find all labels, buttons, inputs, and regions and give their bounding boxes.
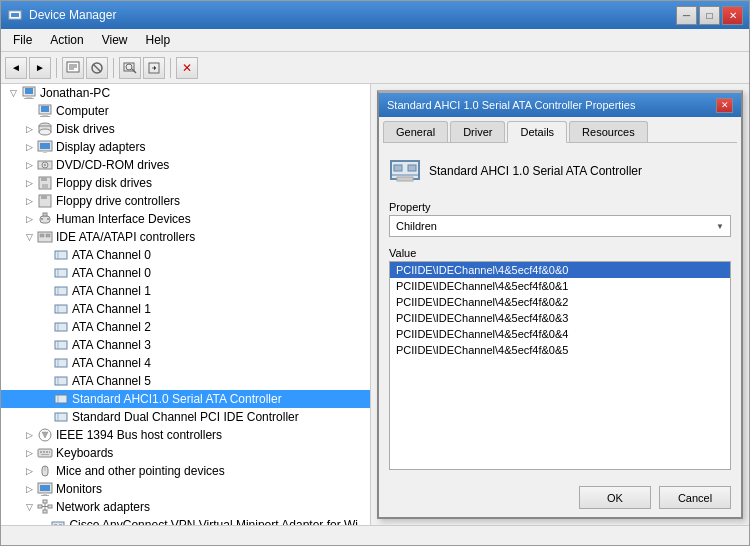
tree-item[interactable]: ▷ Human Interface Devices (1, 210, 370, 228)
svg-rect-29 (41, 177, 47, 181)
toolbar: ◄ ► (1, 52, 749, 84)
tree-item[interactable]: Standard Dual Channel PCI IDE Controller (1, 408, 370, 426)
ide-icon (37, 229, 53, 245)
item-expand[interactable]: ▷ (21, 481, 37, 497)
svg-rect-24 (43, 151, 47, 153)
item-expand (37, 409, 53, 425)
item-expand[interactable]: ▷ (21, 157, 37, 173)
tab-general[interactable]: General (383, 121, 448, 142)
menu-file[interactable]: File (5, 31, 40, 49)
tree-item[interactable]: ▷ Keyboards (1, 444, 370, 462)
dialog-body: Standard AHCI 1.0 Serial ATA Controller … (379, 143, 741, 478)
uninstall-button[interactable]: ✕ (176, 57, 198, 79)
toolbar-sep-2 (113, 58, 114, 78)
ata-icon (53, 391, 69, 407)
tree-item[interactable]: ▷ Floppy drive controllers (1, 192, 370, 210)
tree-item[interactable]: ATA Channel 4 (1, 354, 370, 372)
ata-icon (53, 247, 69, 263)
item-label: ATA Channel 0 (72, 248, 151, 262)
item-expand[interactable]: ▽ (21, 499, 37, 515)
item-expand[interactable]: ▽ (21, 229, 37, 245)
value-item-5[interactable]: PCIIDE\IDEChannel\4&5ecf4f&0&5 (390, 342, 730, 358)
tab-details[interactable]: Details (507, 121, 567, 143)
tab-driver[interactable]: Driver (450, 121, 505, 142)
update-driver-button[interactable] (143, 57, 165, 79)
tree-item[interactable]: Computer (1, 102, 370, 120)
net-adapter-icon (50, 517, 66, 525)
value-item-0[interactable]: PCIIDE\IDEChannel\4&5ecf4f&0&0 (390, 262, 730, 278)
menu-action[interactable]: Action (42, 31, 91, 49)
tree-item[interactable]: Cisco AnyConnect VPN Virtual Miniport Ad… (1, 516, 370, 525)
value-item-2[interactable]: PCIIDE\IDEChannel\4&5ecf4f&0&2 (390, 294, 730, 310)
item-expand[interactable]: ▷ (21, 175, 37, 191)
tree-item[interactable]: ATA Channel 0 (1, 246, 370, 264)
window-title: Device Manager (29, 8, 116, 22)
tree-item[interactable]: ▷ Mice and other pointing devices (1, 462, 370, 480)
value-list[interactable]: PCIIDE\IDEChannel\4&5ecf4f&0&0 PCIIDE\ID… (389, 261, 731, 470)
device-tree[interactable]: ▽ Jonathan-PC (1, 84, 371, 525)
scan-button[interactable] (119, 57, 141, 79)
ata-icon (53, 355, 69, 371)
item-expand[interactable]: ▷ (21, 211, 37, 227)
cancel-button[interactable]: Cancel (659, 486, 731, 509)
tree-item-ide[interactable]: ▽ IDE ATA/ATAPI controllers (1, 228, 370, 246)
svg-rect-56 (55, 395, 67, 403)
tree-item[interactable]: ATA Channel 1 (1, 300, 370, 318)
value-item-3[interactable]: PCIIDE\IDEChannel\4&5ecf4f&0&3 (390, 310, 730, 326)
property-dropdown[interactable]: Children ▼ (389, 215, 731, 237)
svg-rect-62 (40, 451, 42, 453)
item-expand (37, 283, 53, 299)
tree-item[interactable]: ATA Channel 2 (1, 318, 370, 336)
item-expand[interactable]: ▷ (21, 139, 37, 155)
tab-resources[interactable]: Resources (569, 121, 648, 142)
value-item-4[interactable]: PCIIDE\IDEChannel\4&5ecf4f&0&4 (390, 326, 730, 342)
minimize-button[interactable]: ─ (676, 6, 697, 25)
svg-rect-63 (43, 451, 45, 453)
item-expand[interactable] (21, 103, 37, 119)
keyboard-icon (37, 445, 53, 461)
tree-item[interactable]: ▷ IEEE 1394 Bus host controllers (1, 426, 370, 444)
close-button[interactable]: ✕ (722, 6, 743, 25)
forward-button[interactable]: ► (29, 57, 51, 79)
menu-view[interactable]: View (94, 31, 136, 49)
toolbar-sep-1 (56, 58, 57, 78)
disable-icon (90, 61, 104, 75)
tree-item[interactable]: ATA Channel 1 (1, 282, 370, 300)
item-expand[interactable]: ▷ (21, 445, 37, 461)
floppy-ctrl-icon (37, 193, 53, 209)
menu-help[interactable]: Help (138, 31, 179, 49)
value-item-1[interactable]: PCIIDE\IDEChannel\4&5ecf4f&0&1 (390, 278, 730, 294)
tree-item-selected[interactable]: Standard AHCI1.0 Serial ATA Controller (1, 390, 370, 408)
value-label: Value (389, 247, 731, 259)
back-button[interactable]: ◄ (5, 57, 27, 79)
item-expand[interactable]: ▷ (21, 121, 37, 137)
ok-button[interactable]: OK (579, 486, 651, 509)
root-expand[interactable]: ▽ (5, 85, 21, 101)
properties-button[interactable] (62, 57, 84, 79)
item-label: Network adapters (56, 500, 150, 514)
tree-item[interactable]: ATA Channel 0 (1, 264, 370, 282)
item-label: Floppy disk drives (56, 176, 152, 190)
item-label: ATA Channel 5 (72, 374, 151, 388)
tree-item[interactable]: ▷ DVD/CD-ROM drives (1, 156, 370, 174)
item-expand[interactable]: ▷ (21, 463, 37, 479)
tree-item[interactable]: ATA Channel 3 (1, 336, 370, 354)
disable-button[interactable] (86, 57, 108, 79)
tree-item[interactable]: ▽ Network adapters (1, 498, 370, 516)
item-label: Monitors (56, 482, 102, 496)
title-buttons: ─ □ ✕ (676, 6, 743, 25)
tree-item[interactable]: ▷ Disk drives (1, 120, 370, 138)
item-expand[interactable]: ▷ (21, 193, 37, 209)
ata-icon (53, 283, 69, 299)
tree-root[interactable]: ▽ Jonathan-PC (1, 84, 370, 102)
tree-item[interactable]: ATA Channel 5 (1, 372, 370, 390)
maximize-button[interactable]: □ (699, 6, 720, 25)
item-expand[interactable]: ▷ (21, 427, 37, 443)
svg-rect-86 (394, 165, 402, 171)
dialog-close-button[interactable]: ✕ (716, 98, 733, 113)
tree-item[interactable]: ▷ Display adapters (1, 138, 370, 156)
tree-item[interactable]: ▷ Floppy disk drives (1, 174, 370, 192)
network-icon (37, 499, 53, 515)
tree-item[interactable]: ▷ Monitors (1, 480, 370, 498)
item-label: Cisco AnyConnect VPN Virtual Miniport Ad… (69, 518, 368, 525)
